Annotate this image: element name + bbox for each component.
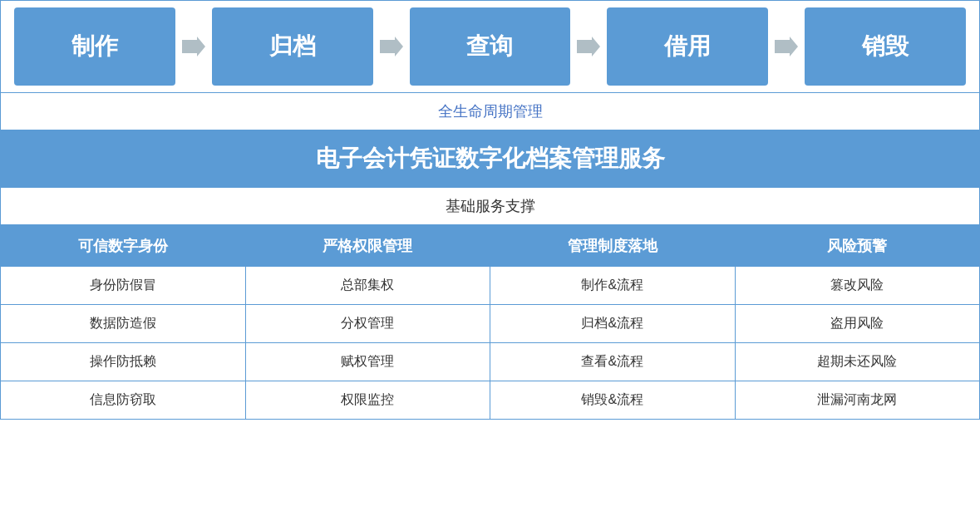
column-3: 风险预警 篡改风险 盗用风险 超期未还风险 泄漏河南龙网 xyxy=(736,226,980,419)
col-item-0-2: 操作防抵赖 xyxy=(1,343,245,381)
main-container: 制作 归档 查询 借用 销毁 全生命周期管理 电 xyxy=(0,0,980,420)
col-header-3: 风险预警 xyxy=(736,226,980,267)
svg-marker-2 xyxy=(577,37,600,57)
col-item-1-0: 总部集权 xyxy=(246,267,490,305)
process-step-2: 查询 xyxy=(410,7,571,86)
bottom-section: 可信数字身份 身份防假冒 数据防造假 操作防抵赖 信息防窃取 严格权限管理 总部… xyxy=(1,225,979,419)
main-title-label: 电子会计凭证数字化档案管理服务 xyxy=(316,145,665,171)
column-0: 可信数字身份 身份防假冒 数据防造假 操作防抵赖 信息防窃取 xyxy=(1,226,246,419)
arrow-0 xyxy=(175,32,212,61)
col-item-0-3: 信息防窃取 xyxy=(1,381,245,419)
arrow-3 xyxy=(768,32,805,61)
col-item-2-1: 归档&流程 xyxy=(490,305,735,343)
col-item-2-3: 销毁&流程 xyxy=(490,381,735,419)
main-title: 电子会计凭证数字化档案管理服务 xyxy=(1,130,979,187)
arrow-2 xyxy=(570,32,607,61)
col-item-1-2: 赋权管理 xyxy=(246,343,490,381)
col-header-2: 管理制度落地 xyxy=(490,226,735,267)
arrow-1 xyxy=(373,32,410,61)
col-header-0: 可信数字身份 xyxy=(1,226,245,267)
column-2: 管理制度落地 制作&流程 归档&流程 查看&流程 销毁&流程 xyxy=(490,226,736,419)
col-item-3-2: 超期未还风险 xyxy=(736,343,980,381)
col-item-2-0: 制作&流程 xyxy=(490,267,735,305)
col-item-3-3: 泄漏河南龙网 xyxy=(736,381,980,419)
watermark-text: 泄漏河南龙网 xyxy=(817,392,897,406)
col-item-2-2: 查看&流程 xyxy=(490,343,735,381)
process-step-4: 销毁 xyxy=(805,7,966,86)
process-row: 制作 归档 查询 借用 销毁 xyxy=(1,1,979,92)
col-item-0-0: 身份防假冒 xyxy=(1,267,245,305)
col-item-3-0: 篡改风险 xyxy=(736,267,980,305)
svg-marker-1 xyxy=(380,37,403,57)
lifecycle-row: 全生命周期管理 xyxy=(1,92,979,130)
lifecycle-label: 全生命周期管理 xyxy=(438,103,543,120)
watermark-brand: 河南龙网 xyxy=(844,392,897,406)
column-1: 严格权限管理 总部集权 分权管理 赋权管理 权限监控 xyxy=(246,226,491,419)
col-item-0-1: 数据防造假 xyxy=(1,305,245,343)
col-item-1-1: 分权管理 xyxy=(246,305,490,343)
col-header-1: 严格权限管理 xyxy=(246,226,490,267)
process-step-3: 借用 xyxy=(607,7,768,86)
foundation-row: 基础服务支撑 xyxy=(1,187,979,225)
foundation-label: 基础服务支撑 xyxy=(446,198,535,214)
col-item-3-1: 盗用风险 xyxy=(736,305,980,343)
svg-marker-0 xyxy=(182,37,205,57)
process-step-0: 制作 xyxy=(14,7,175,86)
process-step-1: 归档 xyxy=(212,7,373,86)
svg-marker-3 xyxy=(775,37,798,57)
col-item-1-3: 权限监控 xyxy=(246,381,490,419)
